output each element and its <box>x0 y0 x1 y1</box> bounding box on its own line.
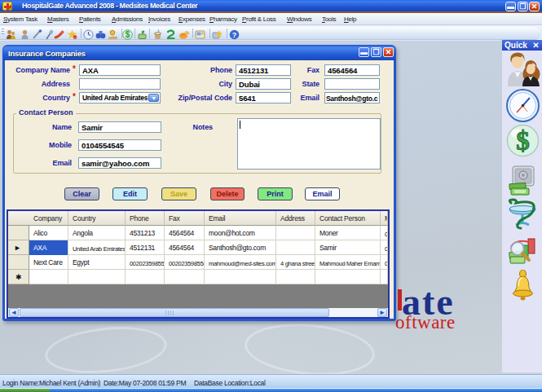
svg-text:$: $ <box>516 126 530 156</box>
svg-text:?: ? <box>232 31 237 39</box>
svg-text:$: $ <box>126 30 130 39</box>
